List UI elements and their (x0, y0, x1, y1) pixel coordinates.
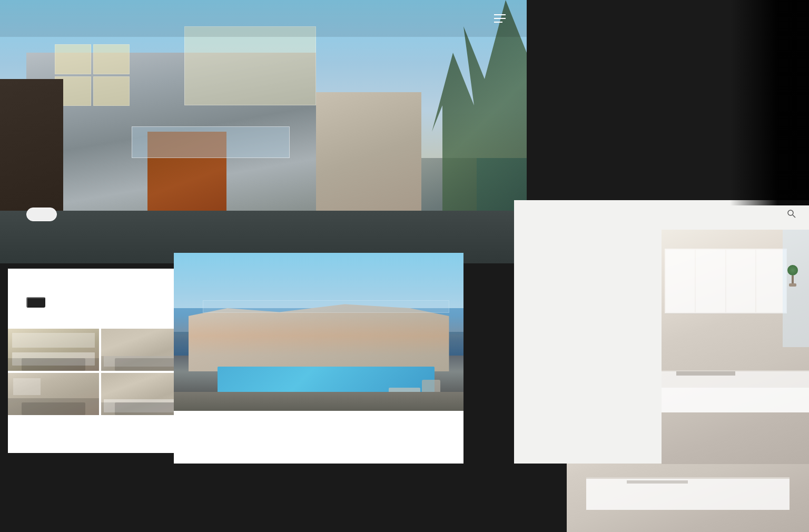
terrace (174, 392, 463, 411)
windows-left (53, 42, 132, 108)
room-shape-3 (8, 373, 99, 415)
hero-title (26, 160, 57, 191)
plant (784, 265, 802, 323)
hamburger-menu[interactable] (494, 14, 506, 23)
card-villa (174, 253, 463, 464)
card-tr-content (514, 230, 809, 464)
property-image (662, 230, 809, 464)
card-top-right (514, 200, 809, 464)
contact-expert-button[interactable] (26, 297, 45, 308)
bl-content (8, 269, 192, 329)
sunset-glow (174, 316, 463, 356)
nav-links (410, 14, 506, 23)
villa-label-area (174, 411, 463, 464)
hero-card (0, 0, 527, 263)
card-bottom-left (8, 269, 192, 453)
counter (662, 370, 809, 412)
property-info (514, 230, 662, 464)
grid-image-3 (8, 373, 99, 415)
grid-image-1 (8, 329, 99, 371)
start-search-button[interactable] (26, 208, 57, 221)
right-building (316, 92, 421, 263)
svg-point-0 (788, 210, 793, 215)
villa-image (174, 253, 463, 411)
upper-cabinets (665, 249, 787, 314)
hero-nav (0, 0, 527, 37)
property-grid (8, 329, 192, 415)
dark-overlay (730, 0, 809, 205)
kitchen-image (662, 230, 809, 464)
room-shape-1 (8, 329, 99, 371)
hero-content (26, 160, 57, 221)
main-window (184, 26, 316, 105)
island (586, 477, 790, 510)
glass-roof (203, 300, 449, 313)
balcony (132, 126, 290, 158)
hero-background (0, 0, 527, 263)
svg-line-1 (793, 215, 795, 218)
search-icon[interactable] (787, 210, 796, 220)
villa-scene (174, 253, 463, 411)
